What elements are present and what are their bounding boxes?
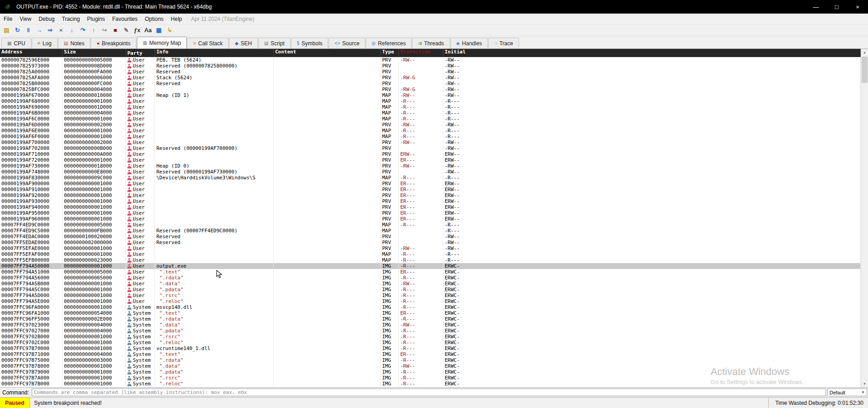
- memory-map-row[interactable]: 00000199AF700000 0000000000002000 User P…: [0, 139, 861, 145]
- step-out-icon[interactable]: ↑: [89, 25, 98, 35]
- memory-map-row[interactable]: 00007FFC97B7B000 0000000000001000 System…: [0, 381, 861, 387]
- memory-map-row[interactable]: 00000199AF6E0000 0000000000001000 User M…: [0, 128, 861, 134]
- step-over-icon[interactable]: ↷: [78, 25, 87, 35]
- assembler-icon[interactable]: Aa: [143, 25, 153, 35]
- memory-map-row[interactable]: 0000007825BFC000 0000000000004000 User P…: [0, 86, 861, 92]
- memory-map-row[interactable]: 00007FF5EDAE0000 0000000002000000 User R…: [0, 240, 861, 245]
- run-icon[interactable]: →: [34, 25, 44, 35]
- tab-call-stack[interactable]: ≡ Call Stack: [187, 38, 228, 48]
- memory-map-row[interactable]: 00000199AF748000 00000000000E8000 User R…: [0, 169, 861, 175]
- memory-map-row[interactable]: 00000199AF730000 0000000000018000 User H…: [0, 163, 861, 169]
- memory-map-row[interactable]: 00007FF5EFB00000 0000000000023000 User M…: [0, 257, 861, 263]
- memory-map-row[interactable]: 00007FFC9702B000 0000000000001000 System…: [0, 334, 861, 340]
- skip-icon[interactable]: ↪: [100, 25, 109, 35]
- menu-item-debug[interactable]: Debug: [35, 14, 58, 24]
- menu-item-options[interactable]: Options: [141, 14, 167, 24]
- memory-map-row[interactable]: 00007FF4ED9C0000 0000000000005000 User M…: [0, 222, 861, 228]
- memory-map-row[interactable]: 00007FFC97B70000 0000000000001000 System…: [0, 346, 861, 351]
- step-into-icon[interactable]: ↓: [67, 25, 77, 35]
- memory-map-row[interactable]: 00000199AF830000 000000000009C000 User \…: [0, 175, 861, 181]
- memory-map-row[interactable]: 00007FFC97023000 0000000000004000 System…: [0, 322, 861, 328]
- run-swallow-icon[interactable]: ⇒: [45, 25, 55, 35]
- vertical-scrollbar[interactable]: ▲ ▼: [861, 49, 868, 387]
- memory-map-row[interactable]: 00000199AF960000 0000000000001000 User P…: [0, 216, 861, 222]
- command-profile-dropdown[interactable]: Default ▼: [827, 389, 867, 396]
- scroll-down-icon[interactable]: ▼: [861, 380, 868, 387]
- column-header-type[interactable]: Type: [381, 49, 399, 57]
- memory-map-row[interactable]: 0000007825A00000 00000000000FA000 User R…: [0, 69, 861, 75]
- memory-map-row[interactable]: 00000199AF720000 0000000000001000 User P…: [0, 157, 861, 163]
- memory-map-row[interactable]: 00000199AF680000 0000000000001000 User M…: [0, 98, 861, 104]
- menu-item-plugins[interactable]: Plugins: [83, 14, 108, 24]
- close-icon[interactable]: ×: [847, 0, 868, 14]
- memory-map-row[interactable]: 00000199AF6F0000 0000000000001000 User M…: [0, 134, 861, 139]
- memory-map-row[interactable]: 00007FFC96FA1000 0000000000054000 System…: [0, 310, 861, 316]
- column-header-initial[interactable]: Initial: [443, 49, 861, 57]
- memory-map-row[interactable]: 00007FF4EDAC0000 0000000100020000 User R…: [0, 234, 861, 240]
- memory-map-row[interactable]: 00000199AF6B0000 0000000000004000 User M…: [0, 110, 861, 116]
- goto-icon[interactable]: ↳: [165, 25, 175, 35]
- column-header-size[interactable]: Size: [63, 49, 126, 57]
- patches-icon[interactable]: ✎: [121, 25, 131, 35]
- memory-map-row[interactable]: 00000199AF910000 0000000000001000 User P…: [0, 187, 861, 192]
- memory-map-row[interactable]: 0000007825B00000 00000000000FC000 User R…: [0, 81, 861, 86]
- tab-notes[interactable]: ▤ Notes: [58, 38, 91, 48]
- tab-trace[interactable]: ∷ Trace: [488, 38, 519, 48]
- memory-map-row[interactable]: 00000199AF702000 000000000000B000 User R…: [0, 145, 861, 151]
- column-header-address[interactable]: Address: [0, 49, 63, 57]
- memory-map-row[interactable]: 00007FFC96FA0000 0000000000001000 System…: [0, 304, 861, 310]
- tab-handles[interactable]: ◈ Handles: [451, 38, 488, 48]
- memory-map-row[interactable]: 00007FF794A56000 0000000000005000 User "…: [0, 275, 861, 281]
- memory-map-row[interactable]: 00007FF794A51000 0000000000005000 User "…: [0, 269, 861, 275]
- open-file-icon[interactable]: ▤: [2, 25, 11, 35]
- tab-source[interactable]: <> Source: [329, 38, 365, 48]
- memory-map-row[interactable]: 00000199AF900000 0000000000001000 User P…: [0, 181, 861, 187]
- memory-map-row[interactable]: 00007FF794A5C000 0000000000001000 User "…: [0, 287, 861, 293]
- restart-icon[interactable]: ↻: [13, 25, 22, 35]
- memory-map-row[interactable]: 00007FFC97B71000 0000000000004000 System…: [0, 351, 861, 357]
- tab-threads[interactable]: ⇉ Threads: [412, 38, 450, 48]
- memory-map-row[interactable]: 00000199AF950000 0000000000001000 User P…: [0, 210, 861, 216]
- memory-map-row[interactable]: 00007FF794A5B000 0000000000001000 User "…: [0, 281, 861, 287]
- memory-map-row[interactable]: 00007FF5EFAE0000 0000000000001000 User P…: [0, 245, 861, 251]
- tab-log[interactable]: ≡ Log: [32, 38, 58, 48]
- memory-map-row[interactable]: 00000199AF6D0000 0000000000002000 User P…: [0, 122, 861, 128]
- tab-breakpoints[interactable]: ● Breakpoints: [91, 38, 136, 48]
- animate-icon[interactable]: ■: [111, 25, 120, 35]
- memory-map-row[interactable]: 00007FFC97027000 0000000000004000 System…: [0, 328, 861, 334]
- memory-map-row[interactable]: 00000199AF940000 0000000000001000 User P…: [0, 204, 861, 210]
- memory-map-row[interactable]: 0000007825973000 000000000008D000 User R…: [0, 63, 861, 69]
- memory-map-row[interactable]: 00000199AF920000 0000000000001000 User P…: [0, 192, 861, 198]
- memory-map-row[interactable]: 00000199AF710000 000000000000A000 User P…: [0, 151, 861, 157]
- memory-map-row[interactable]: 00007FF5EFAF0000 0000000000001000 User M…: [0, 251, 861, 257]
- memory-map-row[interactable]: 00000199AF6C0000 0000000000001000 User M…: [0, 116, 861, 122]
- menu-item-help[interactable]: Help: [167, 14, 186, 24]
- column-header-protection[interactable]: Protection: [399, 49, 443, 57]
- memory-map-row[interactable]: 00007FF794A5D000 0000000000001000 User "…: [0, 293, 861, 298]
- memory-map-row[interactable]: 00007FF794A5E000 0000000000001000 User "…: [0, 298, 861, 304]
- memory-map-row[interactable]: 00007FFC97B79000 0000000000001000 System…: [0, 369, 861, 375]
- memory-map-row[interactable]: 00000199AF690000 000000000001D000 User M…: [0, 104, 861, 110]
- memory-map-row[interactable]: 00007FFC97B75000 0000000000003000 System…: [0, 357, 861, 363]
- pause-icon[interactable]: ‖: [24, 25, 33, 35]
- memory-map-row[interactable]: 000000782596E000 0000000000005000 User P…: [0, 57, 861, 63]
- close-debuggee-icon[interactable]: ×: [56, 25, 66, 35]
- memory-map-row[interactable]: 00007FFC9702C000 0000000000001000 System…: [0, 340, 861, 346]
- calculator-icon[interactable]: ƒx: [132, 25, 142, 35]
- menu-item-favourites[interactable]: Favourites: [108, 14, 141, 24]
- menu-item-tracing[interactable]: Tracing: [58, 14, 84, 24]
- cpu-chip-icon[interactable]: ▦: [154, 25, 164, 35]
- command-input[interactable]: [32, 389, 826, 396]
- memory-map-row[interactable]: 00007FF4ED9C5000 00000000000FB000 User R…: [0, 228, 861, 234]
- tab-memory-map[interactable]: ▥ Memory Map: [137, 37, 187, 48]
- scrollbar-thumb[interactable]: [862, 57, 868, 83]
- scroll-up-icon[interactable]: ▲: [861, 49, 868, 56]
- column-header-content[interactable]: Content: [274, 49, 381, 57]
- tab-seh[interactable]: ◆ SEH: [229, 38, 257, 48]
- tab-script[interactable]: ▤ Script: [258, 38, 291, 48]
- menu-item-file[interactable]: File: [0, 14, 16, 24]
- memory-map-row[interactable]: 00007FFC97B78000 0000000000001000 System…: [0, 363, 861, 369]
- tab-cpu[interactable]: ▦ CPU: [1, 38, 31, 48]
- memory-map-row[interactable]: 00007FF794A50000 0000000000001000 User o…: [0, 263, 861, 269]
- memory-map-row[interactable]: 0000007825AFA000 0000000000006000 User S…: [0, 75, 861, 81]
